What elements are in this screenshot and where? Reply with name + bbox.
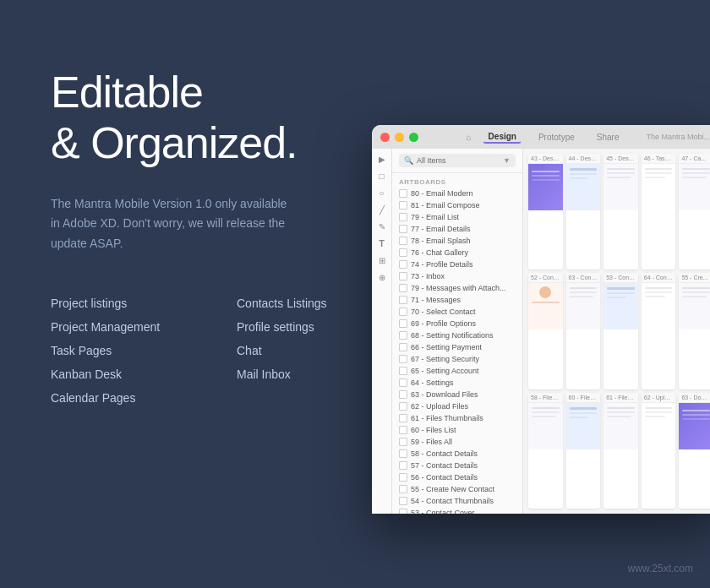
- sidebar-item-checkbox-icon: [399, 331, 407, 340]
- thumbnail-card[interactable]: 62 - Upload F...: [642, 393, 676, 509]
- sidebar-toolbar: 🔍 All Items ▼: [392, 149, 522, 173]
- sidebar-item[interactable]: 54 - Contact Thumbnails: [392, 495, 522, 507]
- sidebar-search-box[interactable]: 🔍 All Items ▼: [399, 154, 516, 167]
- feature-item: Kanban Desk: [51, 368, 186, 381]
- sidebar-item[interactable]: 81 - Email Compose: [392, 199, 522, 211]
- sidebar-item[interactable]: 61 - Files Thumbnails: [392, 412, 522, 424]
- sidebar-item[interactable]: 79 - Email List: [392, 211, 522, 223]
- sidebar-item[interactable]: 67 - Setting Security: [392, 353, 522, 365]
- sidebar-item[interactable]: 65 - Setting Account: [392, 365, 522, 377]
- thumbnail-label: 64 - Contact...: [642, 273, 676, 283]
- mac-maximize-btn[interactable]: [409, 133, 418, 142]
- sidebar-item-label: 69 - Profile Options: [411, 319, 476, 328]
- sidebar-item[interactable]: 80 - Email Modern: [392, 188, 522, 199]
- features-grid: Project listingsContacts ListingsProject…: [51, 297, 372, 405]
- zoom-tool-icon[interactable]: ⊕: [377, 272, 387, 282]
- thumbnail-card[interactable]: 52 - Contact...: [528, 273, 563, 389]
- mac-home-icon: ⌂: [467, 133, 472, 142]
- text-tool-icon[interactable]: T: [377, 238, 387, 248]
- rect-tool-icon[interactable]: □: [377, 171, 387, 181]
- feature-item: Task Pages: [51, 344, 186, 357]
- pen-tool-icon[interactable]: ✎: [377, 221, 387, 231]
- thumbnails-grid: 43 - Desk Bo...44 - Desk Bo...45 - Desk …: [523, 149, 710, 514]
- heading-line2: & Organized.: [51, 118, 298, 167]
- sidebar-item[interactable]: 63 - Download Files: [392, 389, 522, 400]
- sidebar-item[interactable]: 62 - Upload Files: [392, 400, 522, 412]
- tab-share[interactable]: Share: [592, 131, 625, 144]
- tab-prototype[interactable]: Prototype: [533, 131, 580, 144]
- thumbnail-card[interactable]: 47 - Ca...: [679, 154, 710, 270]
- line-tool-icon[interactable]: ╱: [377, 204, 387, 215]
- sidebar-item-label: 79 - Messages with Attach...: [411, 284, 506, 292]
- tab-design[interactable]: Design: [483, 130, 522, 144]
- sidebar-item-checkbox-icon: [399, 189, 407, 198]
- sidebar-item-label: 74 - Profile Details: [411, 260, 473, 269]
- sidebar-item[interactable]: 79 - Messages with Attach...: [392, 282, 522, 294]
- sidebar-item[interactable]: 60 - Files List: [392, 424, 522, 436]
- sidebar-item[interactable]: 74 - Profile Details: [392, 259, 522, 270]
- thumbnail-preview: [604, 283, 638, 329]
- thumbnail-card[interactable]: 46 - Task Detail: [642, 154, 676, 270]
- thumbnail-card[interactable]: 44 - Desk Bo...: [566, 154, 601, 270]
- sidebar-item-checkbox-icon: [399, 296, 407, 304]
- sidebar-item[interactable]: 53 - Contact Cover: [392, 507, 522, 514]
- thumbnail-card[interactable]: 55 - Cre...: [679, 273, 710, 389]
- sidebar-item-checkbox-icon: [399, 308, 407, 316]
- sidebar-item[interactable]: 68 - Setting Notifications: [392, 329, 522, 341]
- sidebar-item-label: 68 - Setting Notifications: [411, 331, 494, 340]
- thumbnail-card[interactable]: 43 - Desk Bo...: [528, 154, 563, 270]
- sidebar-item[interactable]: 64 - Settings: [392, 377, 522, 389]
- sidebar-item-checkbox-icon: [399, 509, 407, 514]
- sidebar-item[interactable]: 73 - Inbox: [392, 270, 522, 282]
- thumbnail-card[interactable]: 45 - Desk Bo...: [604, 154, 638, 270]
- artboard-tool-icon[interactable]: ⊞: [377, 255, 387, 265]
- thumbnail-card[interactable]: 63 - Downl...: [679, 393, 710, 509]
- sidebar-item[interactable]: 69 - Profile Options: [392, 318, 522, 329]
- sidebar-item-label: 55 - Create New Contact: [411, 485, 494, 493]
- sidebar-item[interactable]: 77 - Email Details: [392, 223, 522, 235]
- mac-close-btn[interactable]: [380, 133, 390, 142]
- move-tool-icon[interactable]: ▶: [377, 154, 387, 164]
- mac-tabs: ⌂ Design Prototype Share: [467, 130, 625, 144]
- thumbnail-preview: [679, 283, 710, 329]
- sidebar-item-checkbox-icon: [399, 378, 407, 387]
- sidebar-item[interactable]: 76 - Chat Gallery: [392, 247, 522, 259]
- sidebar-item-label: 73 - Inbox: [411, 272, 445, 280]
- sidebar-item-checkbox-icon: [399, 414, 407, 422]
- thumbnail-label: 44 - Desk Bo...: [566, 154, 601, 164]
- ellipse-tool-icon[interactable]: ○: [377, 188, 387, 198]
- sidebar-item-label: 77 - Email Details: [411, 225, 471, 233]
- thumbnail-label: 47 - Ca...: [679, 154, 710, 164]
- heading-line1: Editable: [51, 68, 203, 117]
- thumbnail-card[interactable]: 61 - Files Tho...: [604, 393, 638, 509]
- sidebar-item[interactable]: 71 - Messages: [392, 294, 522, 306]
- thumbnail-card[interactable]: 64 - Contact...: [642, 273, 676, 389]
- thumbnail-card[interactable]: 58 - Files Al...: [528, 393, 563, 509]
- sidebar-item-label: 60 - Files List: [411, 426, 456, 434]
- sidebar-item-checkbox-icon: [399, 248, 407, 257]
- thumbnail-card[interactable]: 53 - Contact...: [604, 273, 638, 389]
- sidebar-item[interactable]: 66 - Setting Payment: [392, 341, 522, 353]
- feature-item: Project listings: [51, 297, 186, 310]
- sidebar-item[interactable]: 57 - Contact Details: [392, 460, 522, 471]
- watermark: www.25xt.com: [628, 563, 693, 574]
- sidebar-item-label: 71 - Messages: [411, 296, 461, 304]
- sidebar-item-label: 70 - Select Contact: [411, 308, 476, 316]
- sidebar-item[interactable]: 55 - Create New Contact: [392, 483, 522, 495]
- mac-window: ⌂ Design Prototype Share The Mantra Mobi…: [372, 125, 710, 514]
- sidebar-item[interactable]: 70 - Select Contact: [392, 306, 522, 318]
- sidebar-item[interactable]: 78 - Email Splash: [392, 235, 522, 247]
- sidebar-item-checkbox-icon: [399, 225, 407, 233]
- sidebar-item-label: 63 - Download Files: [411, 390, 478, 399]
- thumbnail-label: 53 - Contact...: [604, 273, 638, 283]
- thumbnail-card[interactable]: 63 - Contact...: [566, 273, 601, 389]
- thumbnail-card[interactable]: 60 - Files List...: [566, 393, 601, 509]
- sidebar-item[interactable]: 59 - Files All: [392, 436, 522, 448]
- thumbnail-label: 61 - Files Tho...: [604, 393, 638, 403]
- mac-minimize-btn[interactable]: [395, 133, 404, 142]
- sidebar-item[interactable]: 58 - Contact Details: [392, 448, 522, 460]
- sidebar-item-checkbox-icon: [399, 390, 407, 399]
- sidebar-item[interactable]: 56 - Contact Details: [392, 471, 522, 483]
- thumbnail-label: 52 - Contact...: [528, 273, 563, 283]
- feature-item: Calendar Pages: [51, 391, 186, 405]
